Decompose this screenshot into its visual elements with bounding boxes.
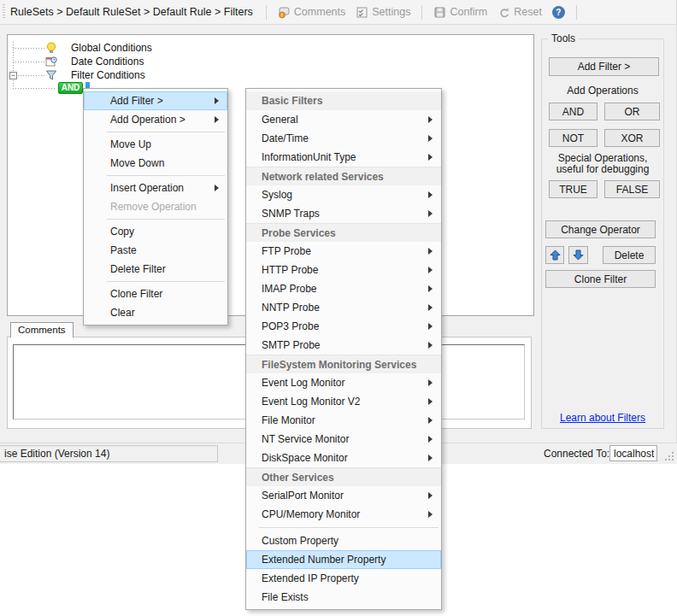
menu-item-add-filter[interactable]: Add Filter >: [84, 91, 227, 110]
menu-item-label: Paste: [110, 244, 137, 256]
add-operations-label: Add Operations: [542, 85, 663, 97]
submenu-item-ftp-probe[interactable]: FTP Probe: [246, 242, 441, 261]
tree-connector-line: [18, 75, 45, 76]
tree-expander-icon[interactable]: −: [9, 72, 17, 79]
menu-item-delete-filter[interactable]: Delete Filter: [84, 260, 227, 279]
learn-about-filters-link[interactable]: Learn about Filters: [542, 412, 663, 424]
tree-item-date-conditions[interactable]: Date Conditions: [71, 56, 144, 68]
menu-item-move-up[interactable]: Move Up: [84, 135, 227, 154]
true-operation-button[interactable]: TRUE: [549, 180, 598, 198]
reset-button[interactable]: Reset: [497, 6, 542, 19]
menu-item-label: NNTP Probe: [262, 302, 320, 314]
false-operation-button[interactable]: FALSE: [604, 180, 660, 198]
menu-item-insert-operation[interactable]: Insert Operation: [84, 179, 227, 197]
tools-panel: Tools Add Filter > Add Operations AND OR…: [541, 38, 664, 429]
lightbulb-icon: [45, 42, 57, 54]
menu-item-label: HTTP Probe: [262, 264, 318, 276]
toolbar-gripper[interactable]: [3, 4, 5, 20]
submenu-arrow-icon: [215, 116, 219, 123]
settings-button[interactable]: Settings: [356, 6, 410, 19]
xor-operation-button[interactable]: XOR: [604, 129, 660, 147]
submenu-arrow-icon: [428, 267, 433, 273]
submenu-item-custom-property[interactable]: Custom Property: [246, 531, 441, 550]
menu-item-paste[interactable]: Paste: [84, 241, 227, 260]
submenu-item-serialport-monitor[interactable]: SerialPort Monitor: [246, 486, 441, 505]
menu-item-clear[interactable]: Clear: [84, 303, 227, 322]
resize-grip[interactable]: [663, 450, 674, 461]
submenu-arrow-icon: [428, 398, 433, 405]
submenu-item-pop3-probe[interactable]: POP3 Probe: [246, 317, 441, 336]
or-operation-button[interactable]: OR: [604, 103, 660, 120]
submenu-item-http-probe[interactable]: HTTP Probe: [246, 261, 441, 279]
svg-text:!: !: [281, 12, 283, 18]
submenu-item-general[interactable]: General: [246, 110, 441, 129]
submenu-arrow-icon: [428, 511, 433, 518]
menu-item-label: Remove Operation: [110, 201, 197, 213]
confirm-button[interactable]: Confirm: [433, 6, 487, 19]
tools-panel-title: Tools: [548, 32, 579, 44]
and-operation-button[interactable]: AND: [549, 103, 598, 120]
tree-connector-line: [13, 62, 45, 62]
tree-item-filter-conditions[interactable]: Filter Conditions: [71, 69, 145, 82]
context-menu: Add Filter > Add Operation > Move Up Mov…: [83, 88, 228, 326]
move-down-button[interactable]: [568, 246, 588, 264]
reset-button-label: Reset: [514, 6, 542, 18]
menu-separator: [107, 281, 225, 282]
menu-item-label: Delete Filter: [110, 263, 166, 275]
menu-item-label: Syslog: [262, 189, 292, 201]
menu-item-label: Insert Operation: [110, 182, 184, 194]
not-operation-button[interactable]: NOT: [549, 129, 598, 147]
submenu-item-informationunit-type[interactable]: InformationUnit Type: [246, 148, 441, 167]
submenu-header-network-related-services: Network related Services: [246, 167, 441, 185]
menu-item-move-down[interactable]: Move Down: [84, 154, 227, 173]
help-icon[interactable]: ?: [552, 6, 565, 19]
menu-item-copy[interactable]: Copy: [84, 222, 227, 241]
menu-item-label: NT Service Monitor: [262, 433, 349, 445]
edition-status-text: ise Edition (Version 14): [0, 445, 218, 462]
toolbar-separator: [576, 5, 577, 20]
add-filter-button[interactable]: Add Filter >: [549, 57, 659, 76]
submenu-item-extended-number-property[interactable]: Extended Number Property: [246, 550, 441, 569]
submenu-arrow-icon: [428, 154, 433, 161]
menu-item-label: FTP Probe: [262, 245, 311, 257]
delete-button[interactable]: Delete: [603, 246, 656, 264]
submenu-item-event-log-monitor-v2[interactable]: Event Log Monitor V2: [246, 392, 441, 411]
clone-filter-button[interactable]: Clone Filter: [545, 270, 656, 288]
submenu-arrow-icon: [428, 492, 433, 499]
tree-node-and-operator[interactable]: AND: [58, 82, 83, 94]
menu-item-add-operation[interactable]: Add Operation >: [84, 110, 227, 129]
submenu-item-diskspace-monitor[interactable]: DiskSpace Monitor: [246, 449, 441, 467]
toolbar-separator: [421, 5, 422, 20]
menu-item-label: File Exists: [262, 591, 309, 603]
submenu-item-snmp-traps[interactable]: SNMP Traps: [246, 204, 441, 223]
submenu-item-smtp-probe[interactable]: SMTP Probe: [246, 336, 441, 355]
submenu-item-file-exists[interactable]: File Exists: [246, 588, 441, 607]
menu-item-label: File Monitor: [262, 414, 315, 426]
submenu-arrow-icon: [428, 116, 433, 123]
move-up-button[interactable]: [545, 246, 564, 264]
menu-item-label: InformationUnit Type: [262, 151, 356, 163]
submenu-item-date-time[interactable]: Date/Time: [246, 129, 441, 148]
reset-icon: [497, 6, 510, 19]
tree-connector-line: [13, 88, 56, 89]
submenu-item-nt-service-monitor[interactable]: NT Service Monitor: [246, 430, 441, 449]
submenu-item-imap-probe[interactable]: IMAP Probe: [246, 279, 441, 298]
menu-separator: [107, 175, 225, 176]
menu-item-label: Clear: [110, 307, 135, 319]
change-operator-button[interactable]: Change Operator: [545, 220, 656, 238]
submenu-item-extended-ip-property[interactable]: Extended IP Property: [246, 569, 441, 588]
connected-to-label: Connected To:: [544, 447, 609, 461]
submenu-item-event-log-monitor[interactable]: Event Log Monitor: [246, 373, 441, 392]
submenu-arrow-icon: [428, 455, 433, 461]
tree-connector-line: [13, 48, 45, 49]
menu-item-label: Event Log Monitor: [262, 377, 344, 389]
menu-item-label: Extended Number Property: [262, 554, 386, 566]
tab-comments[interactable]: Comments: [10, 322, 74, 337]
tree-item-global-conditions[interactable]: Global Conditions: [71, 42, 152, 55]
submenu-item-cpu-memory-monitor[interactable]: CPU/Memory Monitor: [246, 505, 441, 524]
submenu-item-syslog[interactable]: Syslog: [246, 185, 441, 204]
menu-item-clone-filter[interactable]: Clone Filter: [84, 285, 227, 303]
comments-button[interactable]: ! Comments: [278, 6, 345, 19]
submenu-item-nntp-probe[interactable]: NNTP Probe: [246, 298, 441, 317]
submenu-item-file-monitor[interactable]: File Monitor: [246, 411, 441, 430]
